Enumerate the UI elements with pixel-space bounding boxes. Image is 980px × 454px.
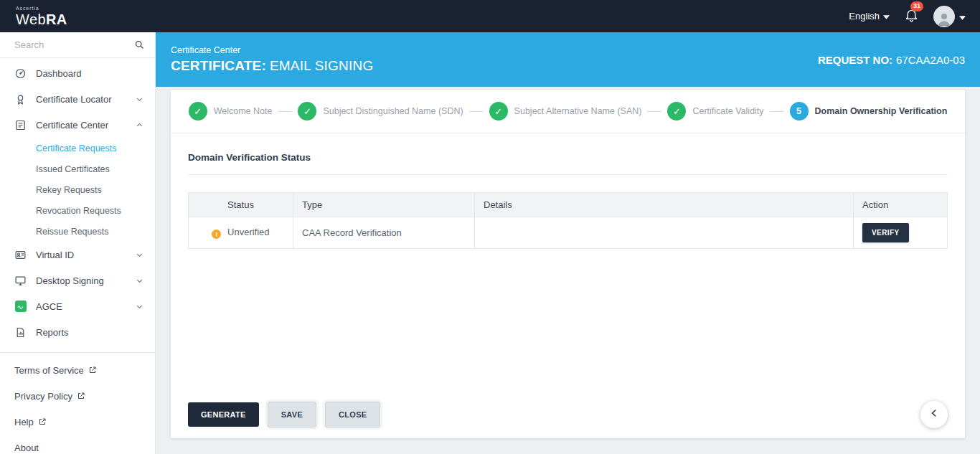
step-sdn[interactable]: ✓ Subject Distinguished Name (SDN)	[298, 102, 463, 120]
sidebar-subitem-reissue-requests[interactable]: Reissue Requests	[0, 221, 155, 242]
sidebar-menu: Dashboard Certificate Locator Certificat…	[0, 58, 155, 352]
help-link[interactable]: Help	[0, 409, 155, 435]
chevron-left-icon	[928, 407, 940, 422]
footer-link-label: About	[14, 443, 39, 453]
section-title: Domain Verification Status	[188, 152, 948, 163]
details-cell	[475, 217, 854, 249]
step-domain-ownership-verification[interactable]: 5 Domain Ownership Verification	[790, 102, 948, 120]
wizard-stepper: ✓ Welcome Note ✓ Subject Distinguished N…	[171, 90, 965, 133]
close-button[interactable]: CLOSE	[325, 402, 380, 427]
footer-link-label: Help	[14, 417, 34, 427]
step-connector	[469, 111, 484, 112]
brand-small-text: Ascertia	[16, 6, 67, 11]
terms-of-service-link[interactable]: Terms of Service	[0, 357, 155, 383]
reports-icon	[14, 326, 27, 339]
search-input[interactable]	[0, 32, 155, 57]
sidebar-footer: Terms of Service Privacy Policy Help Abo…	[0, 352, 155, 454]
footer-link-label: Privacy Policy	[14, 391, 72, 402]
sidebar-subitem-issued-certificates[interactable]: Issued Certificates	[0, 159, 155, 179]
chevron-down-icon	[959, 10, 966, 23]
search-icon[interactable]	[134, 39, 145, 50]
domain-verification-table: Status Type Details Action ! Unverified	[188, 192, 948, 249]
virtual-id-icon	[14, 249, 27, 261]
subitem-label: Revocation Requests	[36, 206, 121, 216]
desktop-signing-icon	[14, 275, 27, 287]
divider	[188, 174, 948, 175]
chevron-down-icon	[136, 277, 143, 285]
card-footer: GENERATE SAVE CLOSE	[171, 401, 965, 438]
subitem-label: Reissue Requests	[36, 227, 108, 237]
sidebar-item-label: Desktop Signing	[36, 275, 104, 286]
table-header-row: Status Type Details Action	[189, 193, 948, 217]
chevron-down-icon	[136, 303, 143, 311]
agce-icon	[14, 301, 27, 313]
sidebar-search	[0, 32, 155, 58]
subitem-label: Certificate Requests	[36, 143, 117, 153]
col-header-action: Action	[854, 193, 948, 217]
sidebar-item-desktop-signing[interactable]: Desktop Signing	[0, 268, 155, 293]
col-header-details: Details	[475, 193, 854, 217]
check-icon: ✓	[189, 102, 207, 120]
sidebar-item-label: Certificate Center	[36, 120, 108, 131]
check-icon: ✓	[298, 102, 316, 120]
page-title: CERTIFICATE:EMAIL SIGNING	[171, 58, 373, 74]
table-row: ! Unverified CAA Record Verification VER…	[189, 217, 948, 249]
step-label: Welcome Note	[214, 106, 273, 116]
chevron-down-icon	[883, 11, 890, 22]
step-connector	[770, 111, 784, 112]
status-cell: ! Unverified	[189, 217, 293, 249]
chevron-down-icon	[136, 251, 143, 259]
sidebar-item-partial[interactable]	[0, 345, 155, 352]
check-icon: ✓	[489, 102, 508, 120]
previous-step-button[interactable]	[920, 401, 948, 428]
verify-button[interactable]: VERIFY	[862, 223, 909, 242]
sidebar: Dashboard Certificate Locator Certificat…	[0, 32, 156, 454]
col-header-status: Status	[189, 193, 293, 217]
step-label: Domain Ownership Verification	[815, 106, 948, 116]
sidebar-item-label: AGCE	[36, 301, 62, 312]
main-area: Certificate Center CERTIFICATE:EMAIL SIG…	[156, 32, 980, 454]
save-button[interactable]: SAVE	[268, 402, 316, 427]
sidebar-item-certificate-center[interactable]: Certificate Center	[0, 112, 155, 138]
action-cell: VERIFY	[854, 217, 948, 249]
footer-link-label: Terms of Service	[14, 365, 84, 376]
brand-main-text: WebRA	[16, 12, 67, 27]
language-selector[interactable]: English	[849, 11, 890, 22]
status-text: Unverified	[227, 227, 270, 237]
type-cell: CAA Record Verification	[293, 217, 475, 249]
wizard-card: ✓ Welcome Note ✓ Subject Distinguished N…	[171, 90, 965, 438]
privacy-policy-link[interactable]: Privacy Policy	[0, 383, 155, 409]
sidebar-item-virtual-id[interactable]: Virtual ID	[0, 242, 155, 268]
notification-count-badge: 31	[910, 1, 923, 11]
brand-logo[interactable]: Ascertia WebRA	[16, 6, 67, 27]
step-san[interactable]: ✓ Subject Alternative Name (SAN)	[489, 102, 642, 120]
breadcrumb: Certificate Center	[171, 45, 373, 55]
certificate-center-icon	[14, 119, 27, 131]
step-label: Certificate Validity	[692, 106, 763, 116]
about-link[interactable]: About	[0, 435, 155, 454]
sidebar-item-label: Virtual ID	[36, 250, 74, 260]
chevron-up-icon	[136, 121, 143, 129]
sidebar-subitem-rekey-requests[interactable]: Rekey Requests	[0, 179, 155, 200]
sidebar-subitem-revocation-requests[interactable]: Revocation Requests	[0, 200, 155, 221]
content-area: ✓ Welcome Note ✓ Subject Distinguished N…	[156, 87, 980, 454]
generate-button[interactable]: GENERATE	[188, 402, 259, 427]
notifications-bell[interactable]: 31	[904, 7, 919, 25]
subitem-label: Issued Certificates	[36, 164, 110, 174]
sidebar-subitem-certificate-requests[interactable]: Certificate Requests	[0, 138, 155, 159]
step-certificate-validity[interactable]: ✓ Certificate Validity	[667, 102, 763, 120]
step-label: Subject Alternative Name (SAN)	[514, 106, 642, 116]
card-body: Domain Verification Status Status Type D…	[171, 133, 965, 401]
sidebar-item-reports[interactable]: Reports	[0, 319, 155, 345]
sidebar-item-certificate-locator[interactable]: Certificate Locator	[0, 86, 155, 112]
external-link-icon	[77, 392, 85, 400]
subitem-label: Rekey Requests	[36, 185, 102, 195]
sidebar-item-dashboard[interactable]: Dashboard	[0, 60, 155, 86]
user-menu[interactable]	[933, 6, 966, 27]
request-number: REQUEST NO:67CAA2A0-03	[818, 54, 965, 66]
topbar: Ascertia WebRA English 31	[0, 0, 980, 32]
warning-icon: !	[212, 230, 221, 239]
step-welcome-note[interactable]: ✓ Welcome Note	[189, 102, 273, 120]
sidebar-item-label: Certificate Locator	[36, 94, 112, 105]
sidebar-item-agce[interactable]: AGCE	[0, 293, 155, 319]
